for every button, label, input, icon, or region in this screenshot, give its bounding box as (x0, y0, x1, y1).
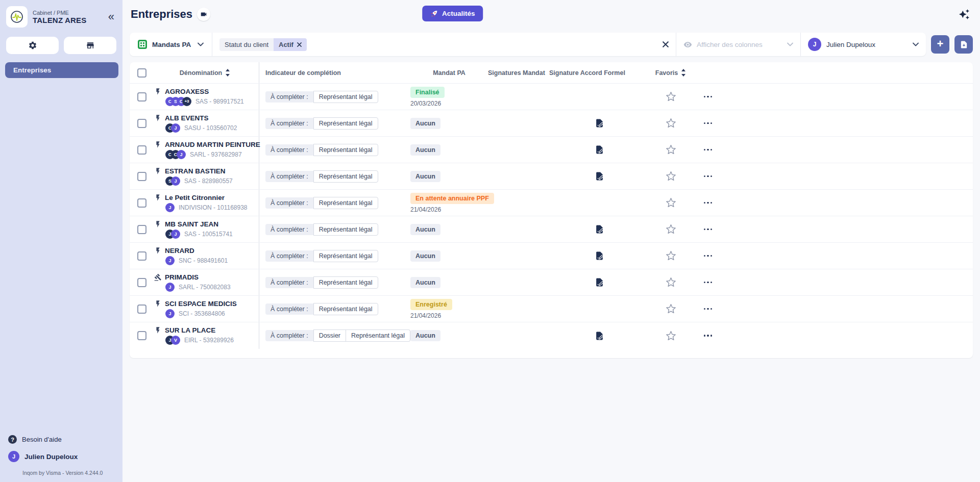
remove-filter-icon[interactable] (297, 42, 302, 47)
company-name[interactable]: Le Petit Citronnier (165, 194, 225, 201)
todo-chip[interactable]: Représentant légal (313, 170, 378, 183)
sidebar-collapse-icon[interactable]: « (105, 11, 117, 22)
row-checkbox[interactable] (137, 198, 146, 208)
todo-chip[interactable]: Représentant légal (313, 276, 378, 289)
todo-chip[interactable]: Représentant légal (313, 303, 378, 315)
todo-chip[interactable]: Représentant légal (313, 223, 378, 236)
table-row[interactable]: MB SAINT JEAN JJ SAS - 100515741 À compl… (130, 216, 973, 243)
more-options-button[interactable] (702, 119, 715, 128)
row-checkbox[interactable] (137, 225, 146, 234)
row-checkbox[interactable] (137, 278, 146, 287)
view-select[interactable]: Mandats PA (130, 33, 212, 56)
star-icon[interactable] (666, 277, 676, 288)
signature-document-icon[interactable] (595, 277, 604, 287)
column-favoris[interactable]: Favoris (649, 62, 692, 83)
star-icon[interactable] (666, 118, 676, 129)
table-row[interactable]: NERARD J SNC - 988491601 À compléter :Re… (130, 243, 973, 269)
company-sub-line: CJ SASU - 103560702 (154, 123, 237, 133)
todo-chip[interactable]: Représentant légal (313, 117, 378, 130)
star-icon[interactable] (666, 250, 676, 261)
company-name[interactable]: MB SAINT JEAN (165, 220, 218, 228)
signature-accord-cell (549, 269, 649, 295)
company-name[interactable]: PRIMADIS (165, 273, 199, 281)
signature-document-icon[interactable] (595, 251, 604, 261)
star-icon[interactable] (666, 91, 676, 102)
todo-prefix-chip: À compléter : (265, 171, 313, 182)
row-checkbox[interactable] (137, 145, 146, 155)
active-filters: Statut du client Actif (212, 38, 655, 51)
signature-document-icon[interactable] (595, 145, 604, 155)
company-name[interactable]: ARNAUD MARTIN PEINTURE (165, 141, 260, 148)
table-row[interactable]: SCI ESPACE MEDICIS J SCI - 353684806 À c… (130, 296, 973, 322)
mandate-cell: Aucun (407, 243, 488, 269)
signature-document-icon[interactable] (595, 224, 604, 234)
table-row[interactable]: PRIMADIS J SARL - 750082083 À compléter … (130, 269, 973, 296)
video-camera-icon[interactable] (197, 8, 210, 21)
sidebar-user[interactable]: J Julien Dupeloux (8, 447, 115, 466)
todo-chip[interactable]: Représentant légal (313, 250, 378, 262)
table-row[interactable]: Le Petit Citronnier J INDIVISION - 10116… (130, 190, 973, 216)
company-name[interactable]: ALB EVENTS (165, 114, 209, 122)
settings-button[interactable] (6, 37, 59, 54)
star-icon[interactable] (666, 303, 676, 314)
todo-chip[interactable]: Représentant légal (313, 91, 378, 103)
store-button[interactable] (64, 37, 116, 54)
chevron-down-icon (913, 42, 919, 46)
company-name[interactable]: NERARD (165, 247, 194, 255)
mandate-cell: Aucun (407, 110, 488, 136)
company-name[interactable]: ESTRAN BASTIEN (165, 167, 226, 175)
company-name[interactable]: AGROAXESS (165, 88, 209, 95)
column-denomination[interactable]: Dénomination (154, 62, 259, 83)
sparkles-icon[interactable] (957, 7, 972, 22)
more-options-button[interactable] (702, 93, 715, 101)
signature-document-icon[interactable] (595, 118, 604, 128)
more-options-button[interactable] (702, 332, 715, 340)
row-checkbox[interactable] (137, 331, 146, 340)
row-checkbox[interactable] (137, 92, 146, 102)
todo-chip[interactable]: Représentant légal (313, 197, 378, 209)
owner-select[interactable]: J Julien Dupeloux (800, 33, 926, 56)
more-options-button[interactable] (702, 305, 715, 313)
more-options-button[interactable] (702, 252, 715, 260)
more-options-button[interactable] (702, 172, 715, 181)
collaborator-avatar: J (177, 150, 186, 159)
select-all-checkbox[interactable] (137, 68, 146, 78)
star-icon[interactable] (666, 224, 676, 235)
news-button[interactable]: Actualités (422, 6, 483, 21)
signature-document-icon[interactable] (595, 171, 604, 181)
add-company-button[interactable]: + (931, 35, 949, 54)
star-icon[interactable] (666, 144, 676, 155)
question-icon: ? (8, 435, 17, 444)
table-row[interactable]: AGROAXESS CSC+3 SAS - 989917521 À complé… (130, 84, 973, 110)
star-icon[interactable] (666, 197, 676, 208)
company-name[interactable]: SCI ESPACE MEDICIS (165, 300, 237, 308)
clear-filters-icon[interactable] (655, 38, 676, 50)
more-options-button[interactable] (702, 199, 715, 207)
row-checkbox[interactable] (137, 172, 146, 181)
todo-chip[interactable]: Représentant légal (346, 329, 410, 342)
columns-select[interactable]: Afficher des colonnes (676, 33, 800, 56)
sidebar-bottom: ? Besoin d'aide J Julien Dupeloux Inqom … (0, 426, 122, 482)
row-checkbox[interactable] (137, 251, 146, 261)
row-checkbox[interactable] (137, 305, 146, 314)
table-row[interactable]: SUR LA PLACE JV EIRL - 539289926 À compl… (130, 322, 973, 349)
more-options-button[interactable] (702, 146, 715, 154)
more-options-button[interactable] (702, 225, 715, 234)
star-icon[interactable] (666, 331, 676, 341)
company-name[interactable]: SUR LA PLACE (165, 326, 215, 334)
todo-chip[interactable]: Représentant légal (313, 144, 378, 156)
help-link[interactable]: ? Besoin d'aide (8, 432, 115, 447)
more-options-button[interactable] (702, 278, 715, 287)
sort-icon[interactable] (681, 69, 686, 77)
sidebar-item-entreprises[interactable]: Entreprises (5, 62, 118, 78)
export-document-button[interactable] (954, 35, 973, 54)
company-legal-id: SARL - 937682987 (190, 151, 242, 158)
sort-icon[interactable] (225, 69, 230, 77)
todo-chip[interactable]: Dossier (313, 329, 346, 342)
row-checkbox[interactable] (137, 119, 146, 128)
star-icon[interactable] (666, 171, 676, 182)
signature-document-icon[interactable] (595, 331, 604, 341)
table-row[interactable]: ARNAUD MARTIN PEINTURE CCJ SARL - 937682… (130, 137, 973, 163)
table-row[interactable]: ALB EVENTS CJ SASU - 103560702 À complét… (130, 110, 973, 137)
table-row[interactable]: ESTRAN BASTIEN SJ SAS - 828980557 À comp… (130, 163, 973, 190)
